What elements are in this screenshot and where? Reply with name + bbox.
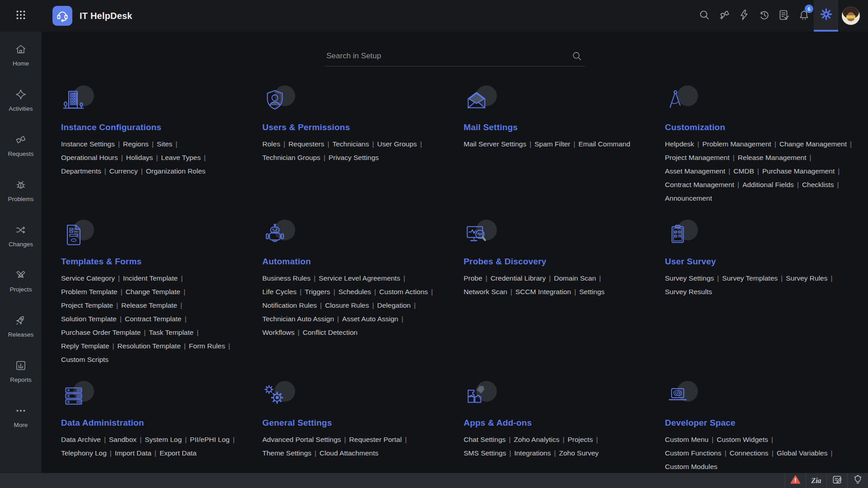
setup-link-survey-settings[interactable]: Survey Settings: [665, 274, 714, 282]
section-title[interactable]: General Settings: [262, 418, 447, 428]
setup-link-custom-functions[interactable]: Custom Functions: [665, 449, 722, 457]
sidebar-item-more[interactable]: More: [0, 405, 42, 428]
setup-link-problem-template[interactable]: Problem Template: [61, 288, 118, 296]
suggestions-button[interactable]: [847, 473, 868, 488]
helpdesk-logo-icon[interactable]: [52, 6, 72, 26]
setup-link-data-archive[interactable]: Data Archive: [61, 436, 101, 443]
setup-link-release-template[interactable]: Release Template: [121, 301, 177, 309]
setup-link-business-rules[interactable]: Business Rules: [262, 274, 311, 282]
setup-link-departments[interactable]: Departments: [61, 167, 101, 175]
setup-link-checklists[interactable]: Checklists: [802, 181, 834, 188]
setup-link-schedules[interactable]: Schedules: [338, 288, 371, 296]
setup-link-custom-widgets[interactable]: Custom Widgets: [717, 436, 768, 443]
section-title[interactable]: Probes & Discovery: [464, 257, 649, 267]
setup-link-integrations[interactable]: Integrations: [514, 449, 551, 457]
setup-link-zoho-analytics[interactable]: Zoho Analytics: [514, 436, 560, 443]
setup-link-cmdb[interactable]: CMDB: [733, 167, 754, 175]
setup-link-sccm-integration[interactable]: SCCM Integration: [515, 288, 571, 296]
setup-link-connections[interactable]: Connections: [730, 449, 769, 457]
setup-link-requesters[interactable]: Requesters: [288, 140, 324, 148]
feedback-button[interactable]: [826, 473, 847, 488]
sidebar-item-projects[interactable]: Projects: [0, 269, 42, 293]
setup-link-currency[interactable]: Currency: [109, 167, 138, 175]
setup-link-instance-settings[interactable]: Instance Settings: [61, 140, 115, 148]
setup-link-survey-rules[interactable]: Survey Rules: [786, 274, 827, 282]
setup-link-conflict-detection[interactable]: Conflict Detection: [302, 328, 357, 336]
setup-link-leave-types[interactable]: Leave Types: [161, 154, 201, 161]
setup-link-purchase-management[interactable]: Purchase Management: [762, 167, 835, 175]
setup-link-mail-server-settings[interactable]: Mail Server Settings: [464, 140, 527, 148]
setup-link-roles[interactable]: Roles: [262, 140, 280, 148]
section-title[interactable]: Apps & Add-ons: [464, 418, 649, 428]
setup-link-incident-template[interactable]: Incident Template: [123, 274, 178, 282]
setup-link-project-management[interactable]: Project Management: [665, 154, 730, 161]
setup-link-closure-rules[interactable]: Closure Rules: [325, 301, 369, 309]
setup-link-technician-groups[interactable]: Technician Groups: [262, 154, 320, 161]
section-title[interactable]: Templates & Forms: [61, 257, 246, 267]
sidebar-item-reports[interactable]: Reports: [0, 360, 42, 383]
setup-link-export-data[interactable]: Export Data: [160, 449, 197, 457]
new-request-button[interactable]: [714, 0, 734, 32]
setup-link-custom-actions[interactable]: Custom Actions: [379, 288, 428, 296]
setup-link-project-template[interactable]: Project Template: [61, 301, 113, 309]
setup-link-pii-ephi-log[interactable]: PII/ePHI Log: [190, 436, 230, 443]
setup-link-holidays[interactable]: Holidays: [126, 154, 153, 161]
setup-link-change-management[interactable]: Change Management: [779, 140, 847, 148]
setup-link-service-level-agreements[interactable]: Service Level Agreements: [319, 274, 400, 282]
setup-link-domain-scan[interactable]: Domain Scan: [554, 274, 596, 282]
setup-link-requester-portal[interactable]: Requester Portal: [349, 436, 401, 443]
sidebar-item-problems[interactable]: Problems: [0, 179, 42, 202]
section-title[interactable]: Data Administration: [61, 418, 246, 428]
section-title[interactable]: Mail Settings: [464, 122, 649, 132]
setup-link-task-template[interactable]: Task Template: [149, 328, 193, 336]
sidebar-item-requests[interactable]: Requests: [0, 134, 42, 157]
history-button[interactable]: [754, 0, 774, 32]
setup-link-contract-management[interactable]: Contract Management: [665, 181, 734, 188]
sidebar-item-changes[interactable]: Changes: [0, 224, 42, 248]
setup-link-network-scan[interactable]: Network Scan: [464, 288, 507, 296]
setup-link-form-rules[interactable]: Form Rules: [189, 342, 225, 350]
setup-link-sites[interactable]: Sites: [157, 140, 172, 148]
app-launcher-button[interactable]: [0, 0, 42, 32]
section-title[interactable]: Automation: [262, 257, 447, 267]
setup-link-email-command[interactable]: Email Command: [579, 140, 631, 148]
approvals-button[interactable]: [774, 0, 794, 32]
setup-link-asset-management[interactable]: Asset Management: [665, 167, 726, 175]
section-title[interactable]: Users & Permissions: [262, 122, 447, 132]
setup-link-custom-menu[interactable]: Custom Menu: [665, 436, 708, 443]
section-title[interactable]: Developer Space: [665, 418, 850, 428]
setup-link-operational-hours[interactable]: Operational Hours: [61, 154, 118, 161]
setup-link-privacy-settings[interactable]: Privacy Settings: [329, 154, 379, 161]
setup-link-sandbox[interactable]: Sandbox: [109, 436, 137, 443]
warning-button[interactable]: [785, 473, 806, 488]
setup-link-cloud-attachments[interactable]: Cloud Attachments: [320, 449, 378, 457]
setup-link-regions[interactable]: Regions: [123, 140, 149, 148]
setup-link-helpdesk[interactable]: Helpdesk: [665, 140, 694, 148]
notifications-button[interactable]: 6: [794, 0, 814, 32]
setup-link-purchase-order-template[interactable]: Purchase Order Template: [61, 328, 141, 336]
zia-logo[interactable]: Zia: [806, 473, 826, 488]
search-input[interactable]: [325, 47, 585, 66]
setup-link-release-management[interactable]: Release Management: [738, 154, 807, 161]
setup-link-system-log[interactable]: System Log: [145, 436, 182, 443]
sidebar-item-activities[interactable]: Activities: [0, 89, 42, 112]
section-title[interactable]: User Survey: [665, 257, 850, 267]
setup-button[interactable]: [814, 0, 838, 32]
setup-link-delegation[interactable]: Delegation: [377, 301, 410, 309]
setup-link-resolution-template[interactable]: Resolution Template: [118, 342, 181, 350]
setup-link-life-cycles[interactable]: Life Cycles: [262, 288, 297, 296]
setup-link-change-template[interactable]: Change Template: [126, 288, 180, 296]
setup-link-notification-rules[interactable]: Notification Rules: [262, 301, 317, 309]
search-button[interactable]: [694, 0, 714, 32]
setup-link-workflows[interactable]: Workflows: [262, 328, 294, 336]
setup-link-chat-settings[interactable]: Chat Settings: [464, 436, 506, 443]
setup-link-additional-fields[interactable]: Additional Fields: [742, 181, 794, 188]
setup-link-probe[interactable]: Probe: [464, 274, 482, 282]
setup-link-triggers[interactable]: Triggers: [305, 288, 330, 296]
setup-link-technician-auto-assign[interactable]: Technician Auto Assign: [262, 315, 334, 323]
setup-link-global-variables[interactable]: Global Variables: [777, 449, 828, 457]
sidebar-item-releases[interactable]: Releases: [0, 314, 42, 338]
setup-link-theme-settings[interactable]: Theme Settings: [262, 449, 311, 457]
setup-link-announcement[interactable]: Announcement: [665, 194, 712, 202]
setup-link-reply-template[interactable]: Reply Template: [61, 342, 109, 350]
